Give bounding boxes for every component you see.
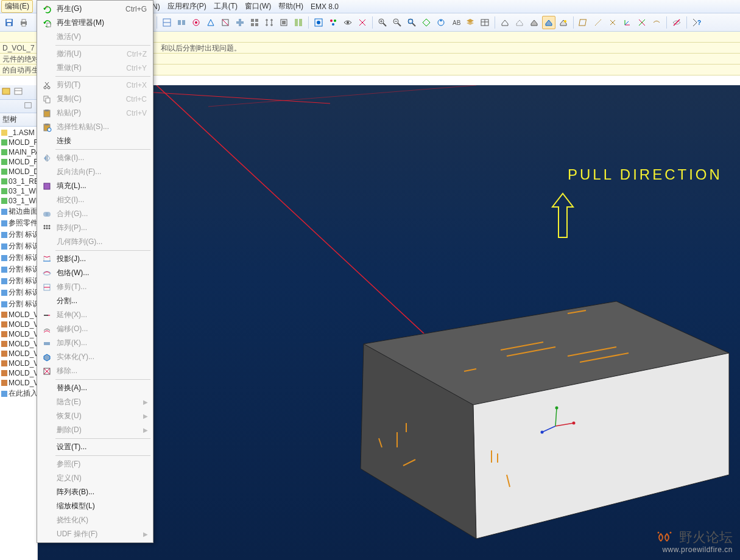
tree-item[interactable]: 03_1_WRI (0, 186, 37, 196)
menu-item-label: 撤消(U) (57, 49, 127, 59)
orient-icon[interactable] (434, 16, 448, 29)
zoom-in-icon[interactable] (376, 16, 389, 29)
tree-item[interactable]: MOLD_FR (0, 157, 37, 167)
orient-icon[interactable] (420, 16, 433, 29)
tree-item[interactable]: 裙边曲面 (0, 206, 37, 217)
tree-item[interactable]: 参照零件切 (0, 217, 37, 229)
print-icon[interactable] (17, 16, 30, 29)
view-icon[interactable] (341, 16, 354, 29)
tool-icon[interactable] (263, 16, 276, 29)
tree-item[interactable]: MOLD_VC (0, 378, 37, 388)
menu-item[interactable]: 阵列表(B)... (38, 485, 152, 499)
menu-item: 剪切(T)Ctrl+X (38, 78, 152, 92)
tree-item[interactable]: MOLD_VC (0, 349, 37, 359)
label-icon[interactable]: AB (449, 16, 462, 29)
tree-item[interactable]: 03_1_WRI (0, 196, 37, 206)
blank-icon (41, 396, 53, 408)
menu-tools[interactable]: 工具(T) (210, 0, 241, 13)
tree-tab-icon[interactable] (13, 87, 24, 98)
tree-item[interactable]: MOLD_RI (0, 138, 37, 147)
tree-tab-icon[interactable] (1, 87, 12, 98)
tree-item[interactable]: 03_1_REF (0, 177, 37, 186)
datum-csys-icon[interactable] (621, 16, 634, 29)
svg-point-64 (48, 86, 50, 89)
tool-icon[interactable] (219, 16, 232, 29)
tree-item[interactable]: 分割 标识 (0, 275, 37, 287)
svg-rect-92 (44, 342, 50, 345)
tree-item[interactable]: MOLD_DE (0, 167, 37, 177)
menu-item[interactable]: 设置(T)... (38, 440, 152, 454)
view-icon[interactable] (356, 16, 369, 29)
datum-point-icon[interactable] (606, 16, 619, 29)
display-icon[interactable] (527, 16, 541, 29)
tree-item[interactable]: MOLD_VC (0, 359, 37, 368)
tree-item[interactable]: MAIN_PA (0, 147, 37, 157)
menu-window[interactable]: 窗口(W) (241, 0, 275, 13)
tool-icon[interactable] (160, 16, 174, 29)
tree-item-label: 03_1_REF (9, 177, 37, 186)
menu-apps[interactable]: 应用程序(P) (164, 0, 210, 13)
submenu-arrow-icon: ▶ (143, 531, 148, 537)
tree-item[interactable]: MOLD_VC (0, 339, 37, 349)
tree-item-label: MOLD_VC (9, 369, 37, 377)
tool-icon[interactable] (233, 16, 247, 29)
menu-help[interactable]: 帮助(H) (275, 0, 307, 13)
tree-item[interactable]: 分割 标识 (0, 252, 37, 264)
menu-item: 实体化(Y)... (38, 350, 152, 364)
svg-line-52 (625, 21, 629, 25)
tree-item[interactable]: 分割 标识 (0, 298, 37, 310)
menu-item[interactable]: 缩放模型(L) (38, 499, 152, 513)
blank-icon (41, 166, 53, 178)
svg-rect-2 (7, 23, 11, 26)
tool-icon[interactable] (175, 16, 188, 29)
menu-item[interactable]: 投影(J)... (38, 252, 152, 266)
tree-item[interactable]: 在此插入 (0, 388, 37, 399)
display-icon[interactable] (513, 16, 526, 29)
svg-point-25 (317, 21, 320, 24)
tree-item[interactable]: 分割 标识 (0, 240, 37, 252)
menu-item[interactable]: !再生(G)Ctrl+G (38, 2, 152, 16)
tree-item[interactable]: MOLD_VC (0, 329, 37, 339)
zoom-out-icon[interactable] (390, 16, 404, 29)
display-icon[interactable] (557, 16, 570, 29)
menu-emx[interactable]: EMX 8.0 (307, 1, 342, 12)
menu-item[interactable]: 替换(A)... (38, 381, 152, 395)
tree-item[interactable]: MOLD_VC (0, 310, 37, 320)
datum-axis-icon[interactable] (591, 16, 605, 29)
view-icon[interactable] (326, 16, 340, 29)
menu-item[interactable]: 再生管理器(M) (38, 16, 152, 30)
datum-plane-icon[interactable] (577, 16, 590, 29)
menu-item[interactable]: 分割... (38, 294, 152, 308)
view-icon[interactable] (312, 16, 325, 29)
menu-item[interactable]: 连接 (38, 134, 152, 148)
tool-icon[interactable] (189, 16, 203, 29)
tree-item[interactable]: _1.ASM (0, 128, 37, 138)
menu-item[interactable]: 填充(L)... (38, 179, 152, 193)
help-icon[interactable]: ? (690, 16, 703, 29)
tool-icon[interactable] (204, 16, 217, 29)
tree-item[interactable]: MOLD_VC (0, 368, 37, 378)
tool-icon[interactable] (292, 16, 305, 29)
menu-edit[interactable]: 编辑(E) (1, 0, 33, 13)
menu-item-label: 合并(G)... (57, 209, 149, 219)
tool-icon[interactable] (277, 16, 291, 29)
tree-item[interactable]: MOLD_VC (0, 320, 37, 329)
tool-icon[interactable] (248, 16, 261, 29)
svg-rect-68 (46, 98, 50, 103)
menu-item[interactable]: 包络(W)... (38, 266, 152, 280)
display-icon[interactable] (542, 16, 555, 29)
tree-item[interactable]: 分割 标识 (0, 229, 37, 240)
tree-settings-icon[interactable] (24, 101, 35, 112)
zoom-fit-icon[interactable] (405, 16, 418, 29)
blank-icon (41, 382, 53, 394)
datum-icon[interactable] (650, 16, 663, 29)
datum-icon[interactable] (635, 16, 649, 29)
blank-icon (41, 295, 53, 307)
tree-item[interactable]: 分割 标识 (0, 287, 37, 298)
layers-icon[interactable] (463, 16, 477, 29)
tree-item[interactable]: 分割 标识 (0, 264, 37, 275)
hide-icon[interactable] (670, 16, 683, 29)
display-icon[interactable] (498, 16, 512, 29)
save-icon[interactable] (2, 16, 16, 29)
view-mgr-icon[interactable] (478, 16, 492, 29)
